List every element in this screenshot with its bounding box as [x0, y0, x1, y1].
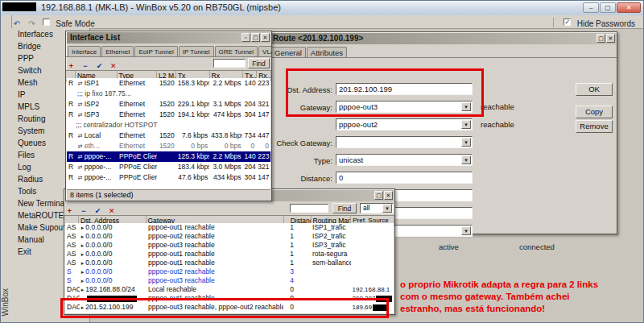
interface-list-tab[interactable]: VLAN: [258, 46, 271, 56]
route-list-window: Route List ▢ ✕ + − ✔ ✕ Find all ▾ Dst. A…: [64, 188, 395, 315]
interface-list-tab[interactable]: Ethernet: [101, 46, 134, 56]
disable-icon[interactable]: ✕: [106, 205, 117, 217]
dialog-close-icon[interactable]: ✕: [606, 34, 615, 43]
interface-type: Ethernet: [118, 78, 157, 89]
interface-row[interactable]: R ⇄pppoe-... PPPoE Client 125.3 kbps 2.2…: [67, 151, 270, 162]
route-row[interactable]: S ▸0.0.0.0/0 pppoe-out3 reachable 4: [65, 276, 394, 285]
remove-icon[interactable]: −: [78, 205, 89, 217]
interface-row[interactable]: R ⇄pppoe-... PPPoE Client 47.6 kbps 434 …: [67, 172, 270, 183]
distance-label: Distance:: [271, 172, 332, 185]
chevron-down-icon[interactable]: ▾: [461, 155, 471, 164]
route-row[interactable]: AS ▸0.0.0.0/0 pppoe-out2 reachable 1 ISP…: [65, 232, 394, 241]
add-icon[interactable]: +: [64, 205, 75, 217]
window-close-icon[interactable]: ✕: [261, 33, 270, 42]
remove-button[interactable]: Remove: [576, 120, 613, 133]
route-row[interactable]: AS ▸0.0.0.0/0 pppoe-out1 reachable 1 rot…: [65, 250, 394, 259]
route-filter-dropdown[interactable]: all ▾: [360, 203, 394, 213]
route-row[interactable]: AS ▸0.0.0.0/0 pppoe-out3 reachable 1 ISP…: [65, 241, 394, 250]
disable-icon[interactable]: ✕: [108, 60, 118, 72]
interface-rx-packets: [259, 120, 270, 130]
interface-find-button[interactable]: Find: [248, 58, 270, 68]
interface-row[interactable]: R ⇄ISP1 Ethernet 1520 158.3 kbps 2.2 Mbp…: [67, 78, 270, 89]
route-dialog-tab[interactable]: General: [270, 47, 306, 57]
enable-icon[interactable]: ✔: [94, 60, 105, 72]
chevron-down-icon[interactable]: ▾: [461, 120, 471, 129]
route-dialog-tab[interactable]: Attributes: [307, 47, 347, 57]
type-value: unicast: [339, 155, 363, 164]
route-find-input[interactable]: [290, 204, 328, 213]
route-row[interactable]: S ▸0.0.0.0/0 pppoe-out2 reachable 3: [65, 267, 394, 276]
interface-row[interactable]: R ⇄ISP2 Ethernet 1520 229.1 kbps 3.1 Mbp…: [67, 99, 270, 110]
interface-l2mtu: [167, 89, 184, 99]
maximize-button[interactable]: ▢: [600, 2, 616, 13]
interface-list-tab[interactable]: Interface: [68, 46, 101, 56]
route-mark: ISP1_trafic: [311, 223, 351, 232]
route-flags: DAC: [65, 285, 80, 294]
sidebar-item-label: Files: [18, 151, 35, 159]
interface-row[interactable]: R ⇄Local Ethernet 1520 7.6 kbps 433.8 kb…: [67, 130, 270, 141]
interface-type: Ethernet: [118, 99, 157, 110]
route-flags: AS: [65, 241, 80, 250]
interface-l2mtu: 1520: [157, 78, 176, 89]
interface-rx: 434 kbps: [209, 172, 242, 183]
interface-row[interactable]: R ⇄pppoe-... PPPoE Client 183.4 kbps 3.0…: [67, 162, 270, 172]
interface-find-input[interactable]: [213, 59, 246, 68]
route-row[interactable]: AS ▸0.0.0.0/0 pppoe-out1 reachable 1 ISP…: [65, 223, 394, 232]
interface-row[interactable]: R ⇄ISP3 Ethernet 1520 194.1 kbps 474 kbp…: [67, 110, 270, 120]
window-maximize-icon[interactable]: ▢: [251, 33, 260, 42]
active-flag: active: [439, 242, 459, 251]
caption-buttons: – ▢ ✕: [583, 2, 641, 13]
minimize-button[interactable]: –: [583, 2, 599, 13]
route-gateway: pppoe-out2 reachable: [147, 232, 283, 241]
type-dropdown[interactable]: unicast ▾: [336, 154, 473, 166]
safe-mode-checkbox[interactable]: [43, 19, 50, 26]
route-dialog-title[interactable]: Route <201.92.100.199> ▢ ✕: [270, 33, 616, 44]
interface-name: ⇄eth...: [76, 141, 118, 151]
hide-passwords-label[interactable]: Hide Passwords: [577, 19, 635, 28]
chevron-down-icon[interactable]: ▾: [461, 138, 471, 147]
interface-list-statusbar: 8 items (1 selected): [67, 189, 270, 201]
remove-icon[interactable]: −: [80, 60, 90, 72]
window-minimize-icon[interactable]: ▫: [242, 33, 250, 42]
route-distance: 1: [283, 223, 311, 232]
hide-passwords-checkbox[interactable]: ✓: [564, 19, 571, 26]
enable-icon[interactable]: ✔: [93, 205, 103, 217]
interface-flags: [67, 120, 74, 130]
interface-list-tab[interactable]: IP Tunnel: [179, 46, 214, 56]
interface-list-tab[interactable]: GRE Tunnel: [215, 46, 258, 56]
close-button[interactable]: ✕: [617, 2, 641, 13]
route-flags: AS: [65, 259, 80, 267]
chevron-down-icon[interactable]: ▾: [461, 226, 471, 235]
winbox-app-window: 192.168.88.1 (MK-LB) - WinBox v5.20 on R…: [0, 0, 644, 323]
interface-rx: 3.1 Mbps: [209, 99, 242, 110]
window-maximize-icon[interactable]: ▢: [374, 191, 383, 200]
interface-row[interactable]: ⇄eth... Ethernet 1520 0 bps 0 bps 0 0: [67, 141, 270, 151]
check-gateway-dropdown[interactable]: ▾: [336, 136, 473, 148]
interface-name: ⇄pppoe-...: [76, 172, 118, 183]
interface-list-title[interactable]: Interface List ▫ ▢ ✕: [67, 32, 270, 43]
interface-row[interactable]: ⇄;;; centralizador HOTSPOT: [67, 120, 270, 130]
route-dst: ▸192.168.88.0/24: [80, 285, 147, 294]
distance-input[interactable]: [336, 172, 473, 184]
ok-button[interactable]: OK: [576, 83, 613, 96]
chevron-down-icon[interactable]: ▾: [382, 204, 392, 213]
connected-flag: connected: [519, 242, 555, 251]
route-row[interactable]: DAC ▸192.168.88.0/24 Local reachable 0 1…: [65, 285, 394, 294]
gateway-dropdown[interactable]: pppoe-out2 ▾: [336, 118, 473, 130]
interface-l2mtu: [157, 151, 176, 162]
copy-button[interactable]: Copy: [576, 106, 613, 118]
window-close-icon[interactable]: ✕: [384, 191, 393, 200]
interface-row[interactable]: ⇄;;; ip fixo 187.75...: [67, 89, 270, 99]
sidebar-item-label: System: [18, 126, 44, 135]
interface-tx: 229.1 kbps: [176, 99, 209, 110]
route-mark: rota-segura: [311, 250, 351, 259]
safe-mode-label[interactable]: Safe Mode: [56, 19, 94, 28]
route-find-button[interactable]: Find: [332, 203, 357, 213]
add-icon[interactable]: +: [66, 60, 76, 72]
interface-list-tab[interactable]: EoIP Tunnel: [134, 46, 177, 56]
interface-tx-packets: 734: [242, 130, 256, 141]
interface-type: Ethernet: [118, 130, 157, 141]
app-titlebar[interactable]: 192.168.88.1 (MK-LB) - WinBox v5.20 on R…: [1, 1, 643, 16]
dialog-maximize-icon[interactable]: ▢: [597, 34, 605, 43]
route-row[interactable]: AS ▸0.0.0.0/0 pppoe-out1 reachable 1 sem…: [65, 259, 394, 267]
